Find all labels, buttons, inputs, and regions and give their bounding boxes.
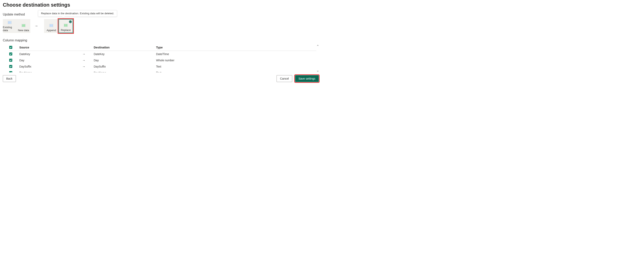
new-data-label: New data — [18, 29, 29, 32]
row-source: DaySuffix — [19, 63, 82, 69]
row-source: Day — [19, 57, 82, 63]
replace-tooltip: Replace data in the destination. Existin… — [38, 10, 117, 17]
save-settings-button[interactable]: Save settings — [295, 75, 319, 82]
row-checkbox[interactable] — [9, 52, 12, 55]
column-header-source: Source — [19, 44, 82, 51]
radio-selected-icon — [69, 20, 72, 23]
destination-settings-panel: Choose destination settings Update metho… — [0, 0, 322, 84]
row-checkbox[interactable] — [9, 59, 12, 62]
column-mapping-area: Source Destination Type DateKey → DateKe… — [3, 44, 319, 72]
arrow-right-icon: → — [32, 24, 40, 28]
table-green-icon — [22, 24, 26, 27]
column-header-type: Type — [156, 44, 316, 51]
method-append[interactable]: Append — [44, 19, 58, 33]
row-checkbox[interactable] — [9, 65, 12, 68]
row-type: Date/Time — [156, 51, 316, 57]
column-header-destination: Destination — [94, 44, 156, 51]
page-title: Choose destination settings — [3, 2, 319, 8]
method-options: Append Replace — [44, 19, 73, 33]
select-all-checkbox[interactable] — [9, 46, 12, 49]
table-green-icon — [64, 24, 68, 27]
row-checkbox[interactable] — [9, 71, 12, 73]
row-source: DayName — [19, 69, 82, 72]
row-destination: DateKey — [94, 51, 156, 57]
column-mapping-label: Column mapping — [3, 39, 319, 42]
row-type: Whole number — [156, 57, 316, 63]
table-row: Day → Day Whole number — [9, 57, 316, 63]
method-replace[interactable]: Replace — [58, 19, 73, 33]
arrow-right-icon: → — [82, 71, 86, 72]
row-source: DateKey — [19, 51, 82, 57]
scroll-down-icon[interactable] — [317, 71, 319, 72]
row-destination: Day — [94, 57, 156, 63]
scroll-up-icon[interactable] — [317, 45, 319, 46]
column-mapping-table: Source Destination Type DateKey → DateKe… — [9, 44, 316, 72]
cancel-button[interactable]: Cancel — [276, 75, 292, 82]
row-destination: DaySuffix — [94, 63, 156, 69]
method-append-label: Append — [47, 29, 56, 32]
table-row: DaySuffix → DaySuffix Text — [9, 63, 316, 69]
row-type: Text — [156, 63, 316, 69]
method-replace-label: Replace — [61, 28, 71, 31]
arrow-right-icon: → — [82, 65, 86, 68]
table-blue-icon — [49, 24, 53, 27]
table-blue-icon — [8, 21, 12, 24]
arrow-right-icon: → — [82, 52, 86, 56]
footer: Back Cancel Save settings — [3, 75, 319, 82]
data-preview: Existing data New data — [3, 19, 30, 33]
tooltip-text: Replace data in the destination. Existin… — [41, 12, 114, 15]
arrow-right-icon: → — [82, 58, 86, 62]
update-method-row: Replace data in the destination. Existin… — [3, 19, 319, 33]
tooltip-arrow-icon — [62, 15, 65, 18]
table-row: DayName → DayName Text — [9, 69, 316, 72]
existing-data-label: Existing data — [3, 26, 17, 32]
table-row: DateKey → DateKey Date/Time — [9, 51, 316, 57]
row-type: Text — [156, 69, 316, 72]
back-button[interactable]: Back — [3, 75, 16, 82]
row-destination: DayName — [94, 69, 156, 72]
